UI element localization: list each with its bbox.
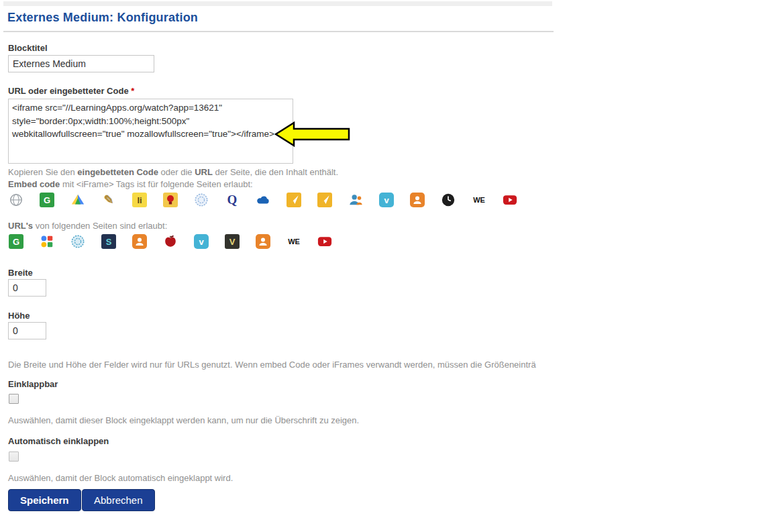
- dart-icon: [317, 193, 332, 207]
- save-button[interactable]: Speichern: [8, 489, 81, 511]
- learningapps-icon: li: [132, 193, 147, 207]
- swirl-s-icon: S: [101, 234, 116, 249]
- code-textarea[interactable]: <iframe src="//LearningApps.org/watch?ap…: [8, 99, 293, 164]
- slideshare-person-icon: [348, 193, 363, 207]
- einklappbar-checkbox[interactable]: [9, 394, 19, 404]
- url-allowed-rest: von folgenden Seiten sind erlaubt:: [33, 221, 167, 231]
- clock-icon: [441, 193, 456, 207]
- blocktitel-input[interactable]: [8, 55, 154, 72]
- vimeo-icon: v: [194, 234, 209, 249]
- google-drive-icon: [70, 193, 85, 207]
- annotation-arrow-icon: [274, 120, 352, 148]
- required-asterisk: *: [131, 86, 134, 96]
- title-divider: [3, 31, 554, 32]
- voki-person-icon: [410, 193, 425, 207]
- geogebra-icon: G: [40, 193, 54, 207]
- auto-einklappen-help-text: Auswählen, damit der Block automatisch e…: [8, 473, 233, 483]
- embed-allowed-rest: mit <iFrame> Tags ist für folgende Seite…: [60, 179, 252, 189]
- blocktitel-label: Blocktitel: [8, 43, 48, 53]
- rings-icon: [70, 234, 85, 249]
- copy-help-plain2: oder die: [158, 167, 195, 177]
- hoehe-label: Höhe: [8, 311, 30, 321]
- code-label-text: URL oder eingebetteter Code: [8, 86, 131, 96]
- auto-einklappen-label: Automatisch einklappen: [8, 436, 109, 446]
- embed-allowed-icons-row: G✎liQvWE: [9, 193, 517, 207]
- config-page: Externes Medium: Konfiguration Blocktite…: [0, 0, 779, 532]
- google-icon: [40, 234, 54, 249]
- top-gray-bar: [3, 1, 552, 6]
- einklappbar-help-text: Auswählen, damit dieser Block eingeklapp…: [8, 415, 359, 425]
- vimeo-icon: v: [379, 193, 394, 207]
- voki-person-icon: [132, 234, 147, 249]
- pencil-icon: ✎: [101, 193, 116, 207]
- voki-person-icon: [256, 234, 270, 249]
- copy-help-plain: Kopieren Sie den: [8, 167, 77, 177]
- copy-help-bold-code: eingebetteten Code: [77, 167, 158, 177]
- copy-help-text: Kopieren Sie den eingebetteten Code oder…: [8, 167, 338, 177]
- hoehe-input[interactable]: [8, 322, 46, 339]
- dart-icon: [287, 193, 301, 207]
- youtube-icon: [317, 234, 332, 249]
- dotted-globe-icon: [194, 193, 209, 207]
- breite-label: Breite: [8, 268, 33, 278]
- cancel-button[interactable]: Abbrechen: [82, 489, 155, 511]
- v-letter-icon: V: [225, 234, 240, 249]
- size-help-text: Die Breite und Höhe der Felder wird nur …: [8, 360, 536, 370]
- page-title: Externes Medium: Konfiguration: [7, 11, 198, 25]
- wevideo-icon: WE: [472, 193, 486, 207]
- geogebra-icon: G: [9, 234, 23, 249]
- url-allowed-bold: URL's: [8, 221, 33, 231]
- code-label: URL oder eingebetteter Code *: [8, 86, 134, 96]
- auto-einklappen-checkbox[interactable]: [9, 451, 19, 462]
- copy-help-plain3: der Seite, die den Inhalt enthält.: [213, 167, 338, 177]
- embed-allowed-bold: Embed code: [8, 179, 60, 189]
- copy-help-bold-url: URL: [195, 167, 213, 177]
- url-allowed-icons-row: GSvVWE: [9, 234, 332, 249]
- apple-icon: [163, 234, 178, 249]
- einklappbar-label: Einklappbar: [8, 379, 58, 389]
- wevideo-icon: WE: [287, 234, 301, 249]
- lightbulb-icon: [163, 193, 178, 207]
- globe-icon: [9, 193, 23, 207]
- breite-input[interactable]: [8, 279, 46, 297]
- url-allowed-text: URL's von folgenden Seiten sind erlaubt:: [8, 221, 167, 231]
- youtube-icon: [503, 193, 517, 207]
- embed-allowed-text: Embed code mit <iFrame> Tags ist für fol…: [8, 179, 253, 189]
- quizlet-q-icon: Q: [225, 193, 240, 207]
- onedrive-cloud-icon: [256, 193, 270, 207]
